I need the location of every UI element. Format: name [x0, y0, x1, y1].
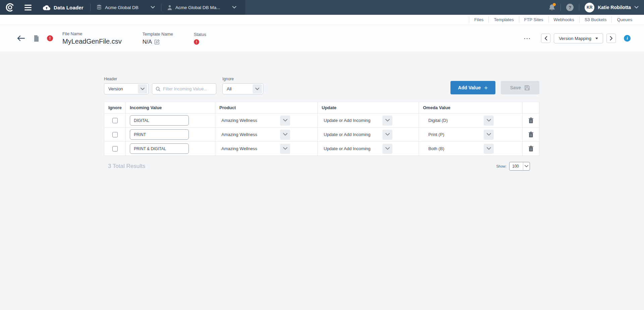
chevron-down-icon — [253, 84, 262, 93]
show-label: Show: — [496, 164, 506, 168]
template-name-label: Template Name — [143, 32, 173, 37]
page-size-select[interactable]: 100 — [509, 162, 530, 171]
status-error-icon: ! — [194, 39, 199, 45]
file-name-label: File Name — [62, 31, 122, 36]
product-select[interactable]: Amazing Wellness — [221, 144, 290, 154]
trash-icon — [529, 132, 533, 137]
step-select-label: Version Mapping — [559, 36, 591, 41]
ignore-checkbox[interactable] — [112, 146, 118, 151]
subnav-link-templates[interactable]: Templates — [488, 16, 519, 23]
chevron-down-icon — [382, 144, 392, 154]
omeda-logo[interactable] — [0, 2, 20, 12]
product-select-value: Amazing Wellness — [221, 146, 257, 151]
column-header-product: Product — [215, 102, 318, 113]
search-icon — [156, 87, 160, 91]
add-value-button[interactable]: Add Value + — [450, 81, 495, 94]
user-menu[interactable]: KR Katie Robilotta — [585, 3, 639, 12]
update-select[interactable]: Update or Add Incoming — [324, 144, 392, 154]
chevron-down-icon — [634, 6, 639, 9]
database-icon — [97, 5, 102, 10]
app-title: Data Loader — [54, 5, 84, 10]
ignore-filter-value: All — [227, 86, 231, 91]
previous-step-button[interactable] — [541, 34, 550, 43]
account-select-menu[interactable]: Acme Global DB Ma... — [161, 5, 243, 10]
product-select[interactable]: Amazing Wellness — [221, 130, 290, 140]
update-select[interactable]: Update or Add Incoming — [324, 130, 392, 140]
product-select-value: Amazing Wellness — [221, 132, 257, 137]
incoming-value-input[interactable] — [130, 129, 189, 140]
incoming-value-input[interactable] — [130, 115, 189, 126]
header-filter-label: Header — [104, 77, 149, 81]
product-select-value: Amazing Wellness — [221, 118, 257, 123]
mapping-toolbar: Header Version Ignore All — [104, 77, 539, 94]
save-button[interactable]: Save — [501, 81, 539, 94]
database-menu-label: Acme Global DB — [105, 5, 139, 10]
delete-row-button[interactable] — [529, 118, 533, 123]
ignore-checkbox[interactable] — [112, 118, 118, 123]
subnav-link-ftp-sites[interactable]: FTP Sites — [519, 16, 548, 23]
chevron-down-icon — [523, 162, 530, 170]
table-footer: 3 Total Results Show: 100 — [104, 162, 539, 171]
file-name-value: MyLeadGenFile.csv — [62, 38, 122, 45]
page-size-control: Show: 100 — [496, 162, 539, 171]
subnav-link-webhooks[interactable]: Webhooks — [548, 16, 579, 23]
update-select-value: Update or Add Incoming — [324, 118, 370, 123]
help-button[interactable]: ? — [566, 4, 574, 11]
chevron-left-icon — [544, 36, 547, 41]
file-details-button[interactable] — [34, 35, 39, 42]
delete-row-button[interactable] — [529, 146, 533, 151]
column-header-update: Update — [318, 102, 419, 113]
navbar-left-section: Data Loader Acme Global DB — [0, 0, 245, 15]
table-row: Amazing Wellness Update or Add Incoming … — [104, 114, 539, 128]
chevron-down-icon — [382, 116, 392, 126]
top-navbar: Data Loader Acme Global DB — [0, 0, 644, 15]
back-button[interactable] — [17, 35, 25, 42]
back-arrow-icon — [17, 35, 25, 42]
next-step-button[interactable] — [606, 34, 616, 43]
ignore-checkbox[interactable] — [112, 132, 118, 137]
column-header-actions — [523, 102, 539, 113]
toolbar-buttons: Add Value + Save — [450, 81, 539, 94]
trash-icon — [529, 146, 533, 151]
update-select[interactable]: Update or Add Incoming — [324, 116, 392, 126]
ignore-filter-label: Ignore — [222, 77, 263, 81]
database-select-menu[interactable]: Acme Global DB — [91, 5, 161, 10]
more-options-button[interactable]: ··· — [524, 36, 531, 41]
table-row: Amazing Wellness Update or Add Incoming … — [104, 142, 539, 156]
chevron-down-icon — [484, 130, 494, 140]
avatar: KR — [585, 3, 594, 12]
subnav-link-s3-buckets[interactable]: S3 Buckets — [579, 16, 612, 23]
subnav-link-files[interactable]: Files — [469, 16, 488, 23]
header-filter-value: Version — [108, 86, 123, 91]
filter-controls: Header Version Ignore All — [104, 77, 263, 94]
chevron-down-icon — [280, 130, 290, 140]
trash-icon — [529, 118, 533, 123]
ignore-filter-select[interactable]: All — [222, 83, 263, 94]
omeda-value-select-value: Print (P) — [428, 132, 444, 137]
plus-icon: + — [484, 85, 488, 91]
navbar-divider — [579, 4, 579, 11]
product-select[interactable]: Amazing Wellness — [221, 116, 290, 126]
file-header-actions: ··· Version Mapping i — [524, 33, 631, 43]
update-select-value: Update or Add Incoming — [324, 132, 370, 137]
hamburger-menu-icon[interactable] — [20, 5, 36, 10]
incoming-value-input[interactable] — [130, 143, 189, 154]
table-row: Amazing Wellness Update or Add Incoming … — [104, 128, 539, 142]
filter-incoming-value-input[interactable] — [163, 86, 213, 91]
header-filter-select[interactable]: Version — [104, 83, 149, 94]
omeda-value-select[interactable]: Both (B) — [428, 144, 494, 154]
delete-row-button[interactable] — [529, 132, 533, 137]
app-title-section: Data Loader — [36, 5, 90, 10]
user-name: Katie Robilotta — [598, 5, 631, 10]
step-select-dropdown[interactable]: Version Mapping — [554, 33, 603, 43]
chevron-down-icon — [484, 144, 494, 154]
page-size-value: 100 — [512, 164, 519, 169]
subnav-link-queues[interactable]: Queues — [611, 16, 637, 23]
edit-icon[interactable] — [154, 39, 160, 45]
mapping-table: Ignore Incoming Value Product Update Ome… — [104, 102, 539, 156]
notifications-button[interactable] — [549, 4, 555, 11]
omeda-value-select[interactable]: Print (P) — [428, 130, 494, 140]
omeda-value-select[interactable]: Digital (D) — [428, 116, 494, 126]
account-menu-label: Acme Global DB Ma... — [175, 5, 220, 10]
info-icon[interactable]: i — [624, 35, 631, 42]
